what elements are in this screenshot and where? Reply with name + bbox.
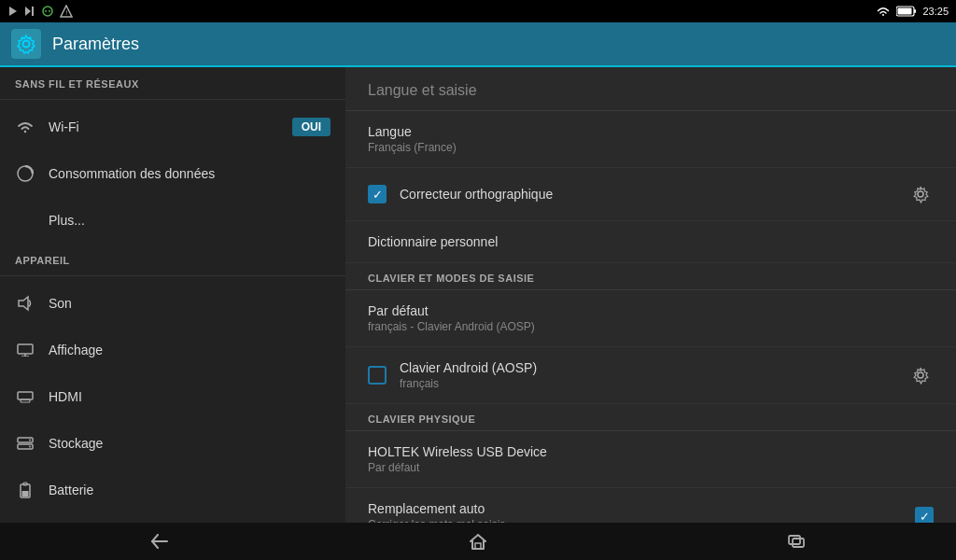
divider [0, 99, 345, 100]
sidebar-item-hdmi[interactable]: HDMI [0, 373, 345, 420]
recents-button[interactable] [759, 526, 834, 556]
holtek-text: HOLTEK Wireless USB Device Par défaut [368, 444, 934, 474]
svg-rect-38 [793, 539, 804, 547]
clavier-android-text: Clavier Android (AOSP) français [400, 360, 894, 390]
sound-icon [15, 293, 35, 314]
clavier-android-settings-icon[interactable] [907, 362, 934, 388]
content-title: Langue et saisie [345, 67, 956, 110]
langue-subtitle: Français (France) [368, 141, 934, 154]
divider-device [0, 275, 345, 276]
sidebar-item-affichage[interactable]: Affichage [0, 327, 345, 373]
svg-point-34 [918, 372, 923, 378]
content-item-langue[interactable]: Langue Français (France) [345, 111, 956, 168]
svg-rect-25 [22, 491, 29, 497]
clock: 23:25 [922, 6, 949, 17]
clavier-android-title: Clavier Android (AOSP) [400, 360, 894, 375]
par-defaut-text: Par défaut français - Clavier Android (A… [368, 303, 934, 333]
remplacement-checkbox[interactable]: ✓ [915, 507, 934, 523]
data-icon [15, 163, 35, 184]
content-area: Langue et saisie Langue Français (France… [345, 67, 956, 523]
svg-point-33 [918, 191, 923, 197]
data-label: Consommation des données [49, 166, 215, 181]
sidebar-item-stockage[interactable]: Stockage [0, 420, 345, 467]
svg-point-4 [45, 10, 47, 12]
back-button[interactable] [122, 526, 197, 556]
svg-marker-0 [9, 7, 17, 16]
sidebar-item-data[interactable]: Consommation des données [0, 150, 345, 197]
svg-point-21 [29, 440, 31, 441]
gear-icon [16, 34, 36, 54]
remplacement-text: Remplacement auto Corriger les mots mal … [368, 501, 902, 523]
home-icon [469, 533, 487, 550]
sidebar-item-son[interactable]: Son [0, 280, 345, 327]
son-label: Son [49, 296, 72, 311]
content-item-remplacement[interactable]: Remplacement auto Corriger les mots mal … [345, 488, 956, 523]
sidebar-item-batterie[interactable]: Batterie [0, 467, 345, 513]
home-button[interactable] [441, 525, 515, 557]
par-defaut-subtitle: français - Clavier Android (AOSP) [368, 320, 934, 333]
title-bar: Paramètres [0, 22, 956, 67]
hdmi-label: HDMI [49, 389, 82, 404]
svg-marker-13 [19, 297, 28, 310]
svg-marker-1 [25, 7, 31, 16]
sidebar-item-wifi[interactable]: Wi-Fi OUI [0, 104, 345, 150]
svg-rect-2 [32, 7, 34, 16]
svg-point-22 [29, 446, 31, 448]
play-icon [7, 6, 19, 17]
page-title: Paramètres [52, 35, 139, 54]
display-icon [15, 340, 35, 360]
content-item-dictionnaire[interactable]: Dictionnaire personnel [345, 221, 956, 263]
svg-rect-14 [18, 344, 33, 354]
svg-text:!: ! [66, 9, 68, 16]
content-item-holtek[interactable]: HOLTEK Wireless USB Device Par défaut [345, 431, 956, 488]
sidebar-item-applications[interactable]: Applications [0, 513, 345, 523]
langue-title: Langue [368, 124, 934, 139]
sidebar: SANS FIL ET RÉSEAUX Wi-Fi OUI Consommati… [0, 67, 345, 523]
settings-app-icon [11, 29, 41, 59]
section-header-device: APPAREIL [0, 244, 345, 272]
clavier-android-subtitle: français [400, 377, 894, 390]
more-spacer [15, 210, 35, 231]
svg-rect-18 [21, 399, 30, 402]
correcteur-settings-icon[interactable] [907, 181, 934, 207]
remplacement-title: Remplacement auto [368, 501, 902, 516]
sidebar-item-more[interactable]: Plus... [0, 197, 345, 244]
correcteur-text: Correcteur orthographique [400, 187, 894, 202]
battery-status-icon [896, 6, 917, 17]
section-header-wireless: SANS FIL ET RÉSEAUX [0, 67, 345, 95]
wifi-label: Wi-Fi [49, 119, 79, 134]
back-arrow-icon [150, 534, 169, 549]
wifi-status-icon [876, 6, 891, 17]
correcteur-checkbox[interactable]: ✓ [368, 185, 387, 203]
android-icon [41, 5, 54, 18]
hdmi-icon [15, 386, 35, 407]
svg-point-5 [49, 10, 50, 12]
content-item-par-defaut[interactable]: Par défaut français - Clavier Android (A… [345, 290, 956, 347]
holtek-title: HOLTEK Wireless USB Device [368, 444, 934, 459]
svg-rect-10 [898, 8, 912, 15]
wifi-toggle[interactable]: OUI [292, 118, 330, 136]
svg-rect-17 [18, 392, 33, 399]
clavier-android-checkbox[interactable] [368, 366, 387, 385]
recents-icon [787, 534, 806, 549]
svg-rect-9 [914, 9, 916, 13]
battery-icon [15, 480, 35, 500]
bottom-nav [0, 523, 956, 560]
status-info-right: 23:25 [876, 6, 949, 17]
status-icons-left: ! [7, 5, 73, 18]
content-item-clavier-android[interactable]: Clavier Android (AOSP) français [345, 347, 956, 404]
svg-point-11 [23, 41, 30, 48]
affichage-label: Affichage [49, 343, 103, 357]
par-defaut-title: Par défaut [368, 303, 934, 318]
content-item-correcteur[interactable]: ✓ Correcteur orthographique [345, 168, 956, 221]
main-layout: SANS FIL ET RÉSEAUX Wi-Fi OUI Consommati… [0, 67, 956, 523]
wifi-icon [15, 117, 35, 137]
section-clavier: CLAVIER ET MODES DE SAISIE [345, 263, 956, 289]
status-bar: ! 23:25 [0, 0, 956, 22]
section-clavier-physique: CLAVIER PHYSIQUE [345, 404, 956, 430]
dictionnaire-text: Dictionnaire personnel [368, 234, 934, 249]
stockage-label: Stockage [49, 436, 103, 451]
dictionnaire-title: Dictionnaire personnel [368, 234, 934, 249]
remplacement-subtitle: Corriger les mots mal saisis [368, 518, 902, 523]
svg-rect-37 [789, 536, 800, 544]
